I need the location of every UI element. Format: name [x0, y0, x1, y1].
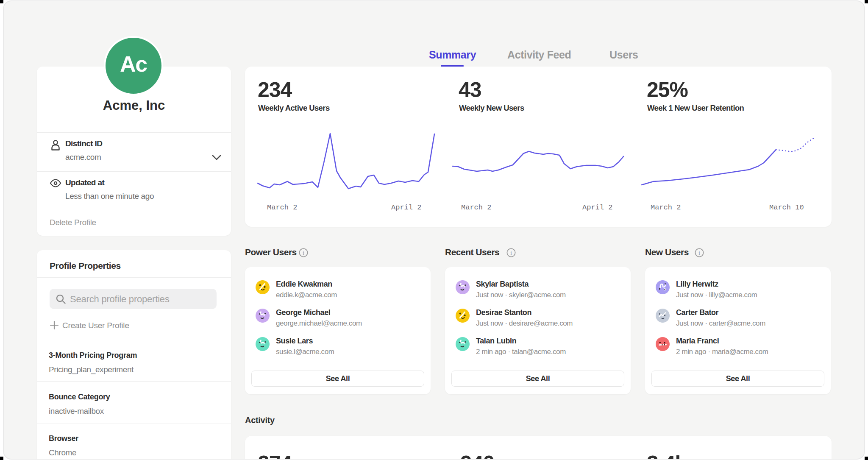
svg-text:i: i: [303, 250, 304, 256]
svg-text:i: i: [698, 250, 700, 256]
svg-text:i: i: [510, 250, 512, 256]
